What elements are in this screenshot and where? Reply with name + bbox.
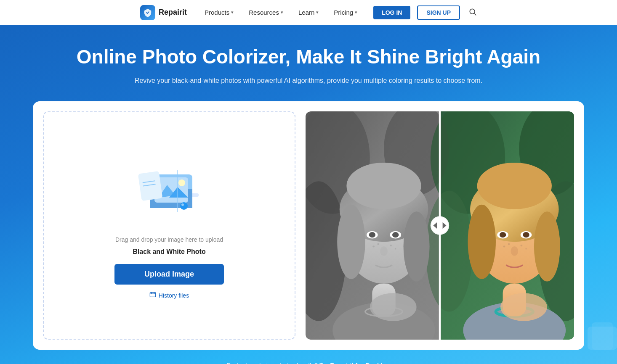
svg-point-14 [181,203,184,206]
svg-point-66 [503,245,505,247]
main-card: Drag and drop your image here to upload … [33,101,584,350]
svg-point-70 [370,293,417,321]
svg-rect-9 [138,171,163,201]
logo-text: Repairit [159,8,187,17]
nav-learn-label: Learn [298,9,314,16]
deco-svg [583,318,617,360]
nav-resources-label: Resources [249,9,279,16]
navbar: Repairit Products ▾ Resources ▾ Learn ▾ … [0,0,617,25]
resources-chevron-icon: ▾ [281,10,283,15]
upload-type-text: Black and White Photo [133,248,205,256]
svg-point-61 [511,246,518,256]
upload-panel: Drag and drop your image here to upload … [43,111,295,340]
svg-rect-15 [150,293,155,297]
svg-point-71 [500,293,547,321]
search-icon [468,8,477,16]
upload-image-button[interactable]: Upload Image [114,264,224,285]
products-chevron-icon: ▾ [231,10,234,15]
svg-rect-78 [592,322,613,350]
svg-point-50 [534,211,560,281]
footer-cta-text: Prefer to colorize photos locally? Try R… [25,361,592,364]
svg-point-46 [404,211,430,281]
pricing-chevron-icon: ▾ [355,10,357,15]
footer-text-prefix: Prefer to colorize photos locally? Try [226,361,330,364]
svg-point-55 [392,232,399,237]
svg-point-25 [426,190,473,311]
hero-title: Online Photo Colorizer, Make It Shine Br… [25,45,592,69]
deco-corner [583,318,617,360]
repairit-logo-svg [143,8,152,17]
logo-area[interactable]: Repairit [140,5,187,20]
upload-illustration [127,151,211,227]
before-after-image [306,111,574,340]
nav-products-label: Products [205,9,229,16]
portrait-container [306,111,574,340]
svg-point-60 [380,246,388,256]
learn-chevron-icon: ▾ [316,10,319,15]
search-button[interactable] [468,8,477,18]
svg-point-57 [500,232,506,237]
nav-products[interactable]: Products ▾ [199,5,239,19]
before-after-panel [306,111,574,340]
signup-button[interactable]: SIGN UP [417,5,460,20]
login-button[interactable]: LOG IN [373,6,410,19]
svg-point-69 [525,248,527,249]
svg-point-49 [468,204,495,279]
desktop-link[interactable]: Repairit for Desktop [330,361,390,364]
svg-rect-12 [177,170,178,212]
upload-drag-text: Drag and drop your image here to upload [115,236,223,243]
svg-point-45 [337,204,365,279]
svg-point-63 [378,243,379,245]
svg-point-53 [369,232,376,237]
nav-learn[interactable]: Learn ▾ [293,5,324,19]
illustration-svg [127,151,211,227]
history-label: History files [159,292,189,299]
nav-pricing[interactable]: Pricing ▾ [328,5,363,19]
svg-point-67 [508,243,510,245]
svg-point-8 [178,179,185,186]
svg-point-68 [521,245,522,246]
history-files-link[interactable]: History files [149,291,189,299]
logo-icon [140,5,155,20]
svg-point-65 [395,248,396,249]
svg-point-47 [346,163,421,209]
nav-resources[interactable]: Resources ▾ [243,5,289,19]
hero-section: Online Photo Colorizer, Make It Shine Br… [0,25,617,364]
svg-point-51 [477,163,552,209]
history-icon [149,291,156,299]
nav-pricing-label: Pricing [334,9,353,16]
svg-point-64 [390,245,391,246]
svg-point-13 [180,202,188,210]
hero-subtitle: Revive your black-and-white photos with … [25,75,592,86]
svg-point-62 [372,245,374,247]
svg-point-0 [470,9,475,14]
svg-point-59 [523,232,529,237]
svg-line-1 [474,13,476,15]
